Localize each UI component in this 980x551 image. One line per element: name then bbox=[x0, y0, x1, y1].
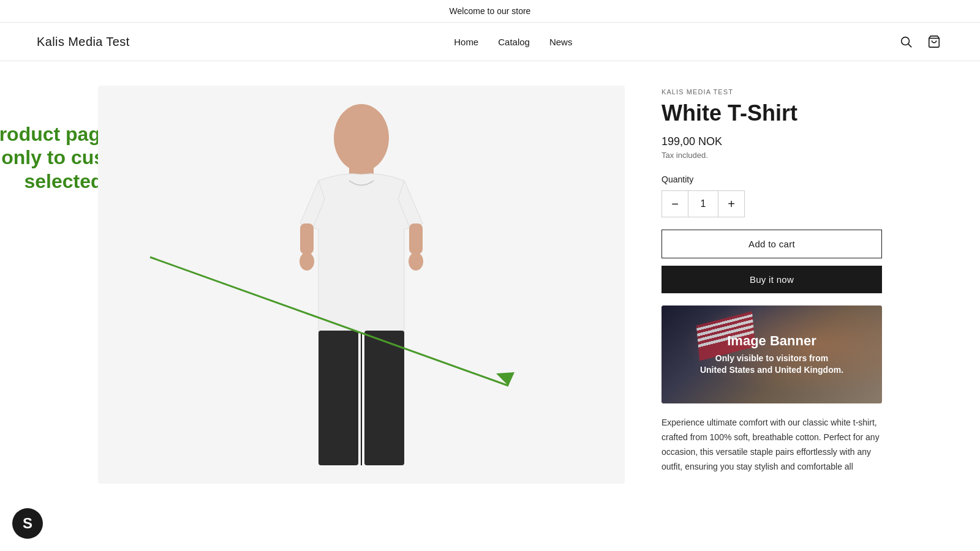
svg-line-1 bbox=[908, 44, 911, 47]
search-button[interactable] bbox=[897, 32, 915, 51]
announcement-text: Welcome to our store bbox=[450, 6, 531, 16]
site-header: Kalis Media Test Home Catalog News bbox=[0, 23, 980, 61]
svg-rect-8 bbox=[364, 331, 404, 465]
svg-point-4 bbox=[334, 104, 389, 171]
site-logo[interactable]: Kalis Media Test bbox=[37, 35, 130, 49]
quantity-value: 1 bbox=[688, 191, 718, 217]
quantity-decrease-button[interactable]: − bbox=[662, 191, 688, 217]
tax-note: Tax included. bbox=[662, 151, 882, 160]
svg-rect-6 bbox=[409, 223, 423, 254]
header-icons bbox=[897, 32, 943, 51]
search-icon bbox=[899, 35, 913, 48]
cart-button[interactable] bbox=[925, 32, 943, 51]
svg-rect-7 bbox=[318, 331, 358, 465]
product-price: 199,00 NOK bbox=[662, 135, 882, 148]
svg-point-11 bbox=[409, 252, 423, 271]
product-description: Experience ultimate comfort with our cla… bbox=[662, 416, 882, 474]
product-image-svg bbox=[257, 101, 466, 468]
product-title: White T-Shirt bbox=[662, 100, 882, 126]
svg-rect-5 bbox=[300, 223, 314, 254]
announcement-bar: Welcome to our store bbox=[0, 0, 980, 23]
quantity-label: Quantity bbox=[662, 174, 882, 184]
svg-point-10 bbox=[300, 252, 314, 271]
nav-catalog[interactable]: Catalog bbox=[498, 37, 530, 47]
nav-home[interactable]: Home bbox=[454, 37, 478, 47]
product-gallery: Product page block visible only to custo… bbox=[98, 86, 625, 484]
image-banner: Image Banner Only visible to visitors fr… bbox=[662, 305, 882, 403]
product-vendor: KALIS MEDIA TEST bbox=[662, 88, 882, 96]
add-to-cart-button[interactable]: Add to cart bbox=[662, 230, 882, 258]
product-info: KALIS MEDIA TEST White T-Shirt 199,00 NO… bbox=[662, 86, 882, 484]
banner-subtitle: Only visible to visitors fromUnited Stat… bbox=[700, 353, 843, 377]
svg-point-0 bbox=[902, 37, 910, 45]
product-page: Product page block visible only to custo… bbox=[61, 61, 919, 508]
quantity-control: − 1 + bbox=[662, 190, 745, 217]
product-image bbox=[98, 86, 625, 484]
buy-now-button[interactable]: Buy it now bbox=[662, 266, 882, 293]
cart-icon bbox=[927, 35, 941, 48]
nav-news[interactable]: News bbox=[549, 37, 573, 47]
quantity-increase-button[interactable]: + bbox=[718, 191, 744, 217]
main-nav: Home Catalog News bbox=[454, 37, 572, 47]
banner-title: Image Banner bbox=[727, 333, 816, 349]
